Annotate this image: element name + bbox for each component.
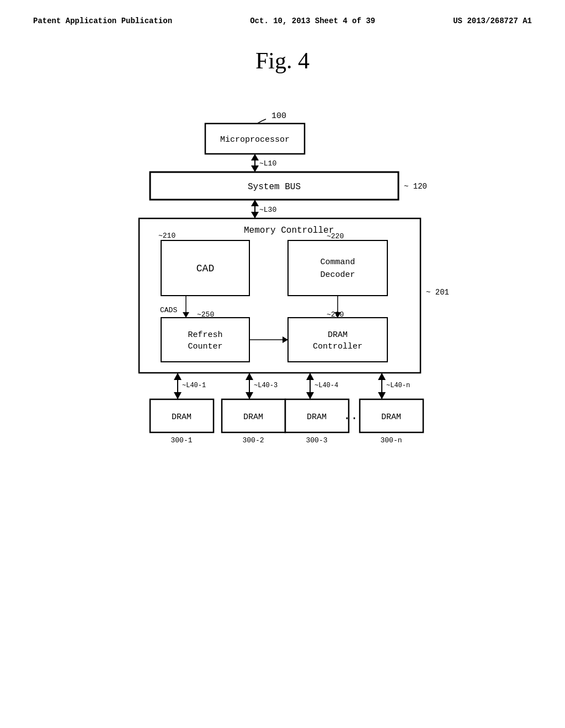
svg-marker-4 [251,200,259,206]
svg-marker-13 [174,373,182,380]
refresh-counter-box [161,318,249,362]
ref-120: ~ 120 [404,182,427,191]
dram-controller-box [288,318,387,362]
dram-controller-label1: DRAM [328,330,348,340]
L40-3-label: ~L40-3 [254,382,278,389]
header-left: Patent Application Publication [33,17,172,25]
dram1-ref: 300-1 [170,436,192,445]
ref-220: ~220 [327,232,344,240]
dram3-label: DRAM [307,413,327,422]
ref-250: ~250 [197,311,214,319]
svg-marker-5 [251,212,259,218]
cad-label: CAD [196,263,214,274]
refresh-counter-label2: Counter [188,342,222,351]
diagram-svg: 100 Microprocessor ~L10 System BUS ~ 120 [89,101,476,515]
dram2-ref: 300-2 [242,436,264,445]
svg-marker-14 [174,392,182,399]
L40-4-label: ~L40-4 [315,382,338,389]
microprocessor-label: Microprocessor [220,135,290,144]
L30-label: ~L30 [259,206,276,214]
L40-1-label: ~L40-1 [182,382,206,389]
dram1-label: DRAM [172,413,191,422]
ref-210: ~210 [158,232,175,240]
svg-marker-22 [378,373,386,380]
L10-label: ~L10 [259,159,276,168]
dram-n-label: DRAM [381,413,401,422]
svg-marker-23 [378,392,386,399]
ref-230: ~230 [327,311,344,319]
dram3-ref: 300-3 [306,436,327,445]
L40-n-label: ~L40-n [386,382,410,389]
ref-100: 100 [271,111,286,121]
svg-marker-16 [246,373,253,380]
command-decoder-box [288,240,387,296]
figure-title: Fig. 4 [33,47,532,74]
svg-marker-20 [306,392,314,399]
command-decoder-label1: Command [320,258,355,267]
page: Patent Application Publication Oct. 10, … [0,0,565,728]
command-decoder-label2: Decoder [320,270,355,280]
svg-marker-2 [251,165,259,172]
dram2-label: DRAM [243,413,263,422]
ref-201: ~ 201 [426,288,449,297]
svg-marker-19 [306,373,314,380]
dram-n-ref: 300-n [380,436,402,445]
refresh-counter-label1: Refresh [188,330,222,340]
diagram-container: 100 Microprocessor ~L10 System BUS ~ 120 [89,101,476,515]
header-center: Oct. 10, 2013 Sheet 4 of 39 [250,17,375,25]
system-bus-label: System BUS [248,182,301,192]
svg-marker-17 [246,392,253,399]
memory-controller-label: Memory Controller [244,226,334,235]
cads-label: CADS [160,306,177,314]
dram-controller-label2: Controller [313,342,363,351]
header-right: US 2013/268727 A1 [453,17,532,25]
svg-marker-1 [251,154,259,160]
page-header: Patent Application Publication Oct. 10, … [33,17,532,25]
